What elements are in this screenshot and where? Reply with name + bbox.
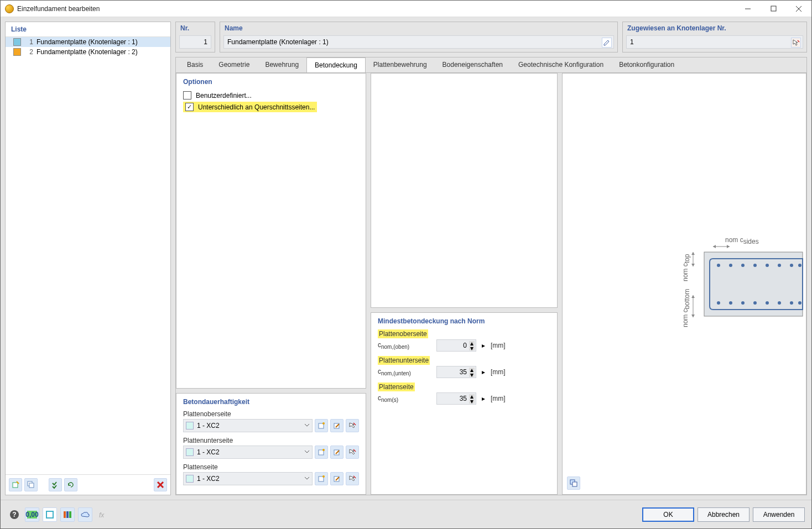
cnom-side-input[interactable]: 35 ▴▾ — [436, 392, 476, 405]
user-defined-checkbox[interactable] — [183, 91, 191, 99]
tab-bodeneigenschaften[interactable]: Bodeneigenschaften — [435, 57, 511, 72]
cnom-value: 0 — [463, 342, 467, 349]
svg-rect-28 — [704, 252, 803, 316]
pick-class-button[interactable] — [346, 419, 359, 432]
svg-point-34 — [778, 264, 781, 267]
diff-sides-row[interactable]: Unterschiedlich an Querschnittsseiten... — [183, 101, 359, 113]
edit-name-button[interactable] — [602, 38, 612, 48]
cnom-bottom-input[interactable]: 35 ▴▾ — [436, 366, 476, 378]
list-item[interactable]: 2 Fundamentplatte (Knotenlager : 2) — [6, 47, 170, 57]
cursor-pick-icon — [348, 448, 356, 456]
list-item-label: Fundamentplatte (Knotenlager : 2) — [37, 48, 138, 56]
minimize-icon — [745, 6, 751, 12]
box-icon — [46, 511, 54, 518]
step-next-button[interactable]: ▸ — [480, 342, 487, 349]
mincover-value-row: cnom,(unten) 35 ▴▾ ▸ [mm] — [378, 366, 550, 378]
preview-panel: nom csides nom ctop nom cbottom — [562, 73, 806, 495]
pick-class-button[interactable] — [346, 472, 359, 485]
maximize-button[interactable] — [761, 1, 786, 17]
nr-input[interactable]: 1 — [179, 35, 211, 49]
tab-geotech[interactable]: Geotechnische Konfiguration — [511, 57, 611, 72]
delete-button[interactable] — [154, 478, 167, 491]
cancel-button[interactable]: Abbrechen — [698, 507, 749, 522]
apply-button[interactable]: Anwenden — [753, 507, 805, 522]
user-defined-row[interactable]: Benutzerdefiniert... — [183, 90, 359, 101]
tab-geometrie[interactable]: Geometrie — [211, 57, 257, 72]
step-next-button[interactable]: ▸ — [480, 395, 487, 402]
dialog-footer: ? 0,00 fx OK Abbrechen Anwenden — [1, 500, 811, 528]
check-button[interactable] — [49, 478, 62, 491]
assign-input[interactable]: 1 — [626, 35, 803, 49]
copy-button[interactable] — [24, 478, 38, 491]
name-input[interactable]: Fundamentplatte (Knotenlager : 1) — [223, 35, 614, 49]
pick-node-button[interactable] — [791, 38, 801, 48]
mincover-title: Mindestbetondeckung nach Norm — [378, 317, 550, 325]
titlebar: Einzelfundament bearbeiten — [1, 1, 811, 17]
ok-button[interactable]: OK — [642, 507, 694, 522]
cnom-top-input[interactable]: 0 ▴▾ — [436, 339, 476, 352]
tab-bewehrung[interactable]: Bewehrung — [257, 57, 306, 72]
assign-value: 1 — [630, 38, 634, 46]
svg-point-36 — [798, 264, 801, 267]
pick-class-button[interactable] — [346, 446, 359, 459]
close-button[interactable] — [786, 1, 811, 17]
new-class-button[interactable] — [315, 472, 328, 485]
svg-point-31 — [741, 264, 745, 267]
mode1-button[interactable] — [43, 507, 57, 522]
mincover-section: Plattenseite — [378, 383, 550, 391]
step-next-button[interactable]: ▸ — [480, 368, 487, 376]
svg-point-35 — [790, 264, 793, 267]
svg-rect-4 — [13, 483, 18, 488]
svg-text:nom cbottom: nom cbottom — [681, 289, 691, 327]
svg-rect-51 — [46, 511, 53, 518]
list-item[interactable]: 1 Fundamentplatte (Knotenlager : 1) — [6, 37, 170, 47]
list-header: Liste — [6, 22, 170, 37]
help-button[interactable]: ? — [7, 507, 22, 522]
fx-button[interactable]: fx — [96, 507, 110, 522]
tab-plattenbewehrung[interactable]: Plattenbewehrung — [366, 57, 435, 72]
cnom-value: 35 — [460, 368, 467, 376]
refresh-button[interactable] — [64, 478, 77, 491]
column-options-durability: Optionen Benutzerdefiniert... Unterschie… — [176, 73, 366, 495]
edit-class-button[interactable] — [330, 472, 343, 485]
svg-rect-53 — [66, 511, 69, 518]
svg-point-44 — [798, 301, 801, 305]
cnom-label: cnom(s) — [378, 394, 433, 403]
minimize-button[interactable] — [735, 1, 761, 17]
new-button[interactable] — [9, 478, 22, 491]
new-icon — [317, 475, 325, 483]
svg-point-40 — [753, 301, 757, 305]
assign-field-group: Zugewiesen an Knotenlager Nr. 1 — [622, 22, 807, 53]
chevron-down-icon — [304, 475, 310, 481]
tab-betondeckung[interactable]: Betondeckung — [306, 57, 366, 73]
user-defined-label: Benutzerdefiniert... — [196, 92, 252, 99]
durability-combo-bottom[interactable]: 1 - XC2 — [183, 446, 313, 459]
toggle-preview-button[interactable] — [567, 476, 580, 490]
refresh-icon — [67, 481, 75, 489]
tab-betonkonfig[interactable]: Betonkonfiguration — [611, 57, 682, 72]
cloud-button[interactable] — [78, 507, 92, 522]
svg-rect-46 — [572, 482, 577, 486]
spinner-buttons[interactable]: ▴▾ — [469, 368, 475, 377]
durability-combo-side[interactable]: 1 - XC2 — [183, 472, 313, 485]
class-swatch-icon — [186, 448, 194, 456]
edit-class-button[interactable] — [330, 446, 343, 459]
new-class-button[interactable] — [315, 446, 328, 459]
edit-class-button[interactable] — [330, 419, 343, 432]
diff-sides-checkbox[interactable] — [185, 103, 194, 111]
edit-icon — [333, 422, 341, 430]
empty-card — [371, 73, 558, 308]
units-button[interactable]: 0,00 — [25, 507, 39, 522]
svg-rect-52 — [64, 511, 66, 518]
window-title: Einzelfundament bearbeiten — [17, 5, 735, 13]
new-class-button[interactable] — [315, 419, 328, 432]
durability-combo-top[interactable]: 1 - XC2 — [183, 419, 313, 432]
tab-basis[interactable]: Basis — [179, 57, 211, 72]
mode2-button[interactable] — [60, 507, 75, 522]
combo-value: 1 - XC2 — [197, 448, 220, 456]
nr-label: Nr. — [176, 22, 215, 34]
svg-point-43 — [790, 301, 793, 305]
spinner-buttons[interactable]: ▴▾ — [469, 341, 475, 350]
spinner-buttons[interactable]: ▴▾ — [469, 394, 475, 404]
unit-label: [mm] — [491, 395, 506, 402]
